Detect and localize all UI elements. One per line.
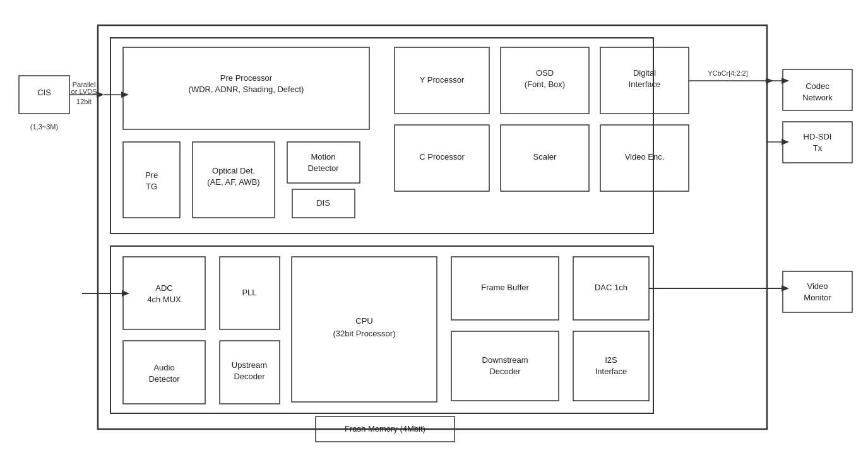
svg-text:Frame Buffer: Frame Buffer bbox=[481, 283, 529, 292]
svg-text:4ch MUX: 4ch MUX bbox=[147, 295, 181, 304]
svg-text:(Font, Box): (Font, Box) bbox=[525, 80, 565, 89]
svg-text:Video Enc.: Video Enc. bbox=[625, 152, 665, 162]
svg-text:DIS: DIS bbox=[316, 198, 330, 208]
svg-text:C Processor: C Processor bbox=[419, 152, 465, 162]
svg-text:TG: TG bbox=[146, 182, 157, 191]
svg-text:Monitor: Monitor bbox=[804, 293, 831, 302]
svg-text:Y Processor: Y Processor bbox=[420, 75, 465, 85]
svg-text:Audio: Audio bbox=[153, 363, 174, 372]
svg-text:Tx: Tx bbox=[813, 143, 823, 153]
svg-text:Interface: Interface bbox=[629, 80, 661, 89]
svg-rect-49 bbox=[451, 331, 559, 401]
svg-text:Pre Processor: Pre Processor bbox=[220, 73, 273, 83]
svg-rect-1 bbox=[110, 38, 653, 233]
svg-rect-66 bbox=[783, 271, 852, 312]
svg-text:(WDR, ADNR, Shading, Defect): (WDR, ADNR, Shading, Defect) bbox=[189, 85, 304, 94]
svg-text:12bit: 12bit bbox=[76, 98, 92, 105]
svg-text:Pre: Pre bbox=[145, 170, 158, 180]
svg-rect-12 bbox=[287, 142, 360, 183]
svg-text:or LVDS: or LVDS bbox=[71, 88, 97, 95]
svg-text:Optical Det.: Optical Det. bbox=[212, 166, 255, 175]
svg-text:HD-SDI: HD-SDI bbox=[804, 132, 832, 141]
svg-text:I2S: I2S bbox=[605, 355, 617, 365]
svg-marker-70 bbox=[97, 91, 104, 98]
svg-text:Interface: Interface bbox=[595, 367, 627, 376]
svg-text:PLL: PLL bbox=[242, 288, 256, 297]
svg-text:(AE, AF, AWB): (AE, AF, AWB) bbox=[207, 177, 259, 187]
svg-text:(1,3~3M): (1,3~3M) bbox=[30, 123, 58, 131]
svg-text:Decoder: Decoder bbox=[489, 367, 521, 376]
svg-rect-63 bbox=[783, 122, 852, 163]
svg-text:Decoder: Decoder bbox=[234, 372, 265, 381]
svg-marker-88 bbox=[782, 285, 789, 292]
svg-text:Frash Memory (4Mbit): Frash Memory (4Mbit) bbox=[345, 424, 425, 433]
svg-marker-75 bbox=[121, 91, 129, 98]
diagram-container: Pre Processor (WDR, ADNR, Shading, Defec… bbox=[0, 0, 868, 460]
svg-text:Motion: Motion bbox=[311, 152, 335, 162]
svg-text:Detector: Detector bbox=[148, 374, 180, 384]
svg-text:Upstream: Upstream bbox=[232, 360, 267, 370]
svg-text:Network: Network bbox=[802, 93, 833, 102]
svg-text:Video: Video bbox=[807, 281, 828, 291]
svg-text:Digital: Digital bbox=[633, 68, 656, 78]
svg-text:DAC 1ch: DAC 1ch bbox=[595, 283, 627, 292]
svg-text:Detector: Detector bbox=[307, 163, 339, 173]
svg-marker-83 bbox=[782, 78, 789, 84]
svg-rect-52 bbox=[573, 331, 649, 401]
svg-marker-77 bbox=[122, 290, 129, 297]
svg-text:Codec: Codec bbox=[806, 81, 829, 91]
svg-text:Downstream: Downstream bbox=[482, 355, 528, 365]
svg-text:CIS: CIS bbox=[37, 88, 51, 97]
svg-rect-31 bbox=[123, 257, 205, 329]
svg-text:OSD: OSD bbox=[536, 68, 554, 78]
svg-text:YCbCr[4:2:2]: YCbCr[4:2:2] bbox=[708, 69, 748, 77]
svg-text:(32bit Processor): (32bit Processor) bbox=[333, 329, 396, 338]
svg-text:Scaler: Scaler bbox=[533, 152, 557, 162]
svg-marker-86 bbox=[782, 139, 789, 145]
svg-text:CPU: CPU bbox=[355, 316, 372, 326]
svg-text:ADC: ADC bbox=[155, 283, 172, 293]
